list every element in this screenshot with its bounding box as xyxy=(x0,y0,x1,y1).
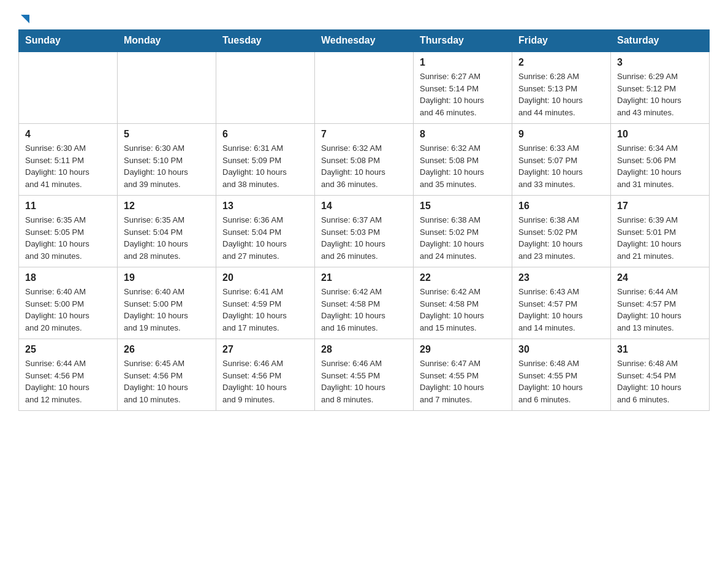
day-info: Sunrise: 6:32 AMSunset: 5:08 PMDaylight:… xyxy=(321,142,407,190)
weekday-header: Thursday xyxy=(414,30,512,52)
day-number: 25 xyxy=(25,344,111,355)
day-info: Sunrise: 6:32 AMSunset: 5:08 PMDaylight:… xyxy=(420,142,506,190)
day-number: 1 xyxy=(420,57,506,68)
day-info: Sunrise: 6:31 AMSunset: 5:09 PMDaylight:… xyxy=(222,142,308,190)
day-info: Sunrise: 6:38 AMSunset: 5:02 PMDaylight:… xyxy=(420,214,506,262)
calendar-cell xyxy=(315,52,414,124)
day-info: Sunrise: 6:46 AMSunset: 4:55 PMDaylight:… xyxy=(321,358,407,405)
calendar-table: SundayMondayTuesdayWednesdayThursdayFrid… xyxy=(18,29,710,411)
day-number: 16 xyxy=(518,201,604,212)
calendar-cell: 16Sunrise: 6:38 AMSunset: 5:02 PMDayligh… xyxy=(512,196,611,267)
day-info: Sunrise: 6:27 AMSunset: 5:14 PMDaylight:… xyxy=(420,71,506,118)
day-info: Sunrise: 6:47 AMSunset: 4:55 PMDaylight:… xyxy=(420,358,506,405)
day-number: 26 xyxy=(124,344,210,355)
logo-triangle-icon xyxy=(18,12,32,26)
calendar-cell: 1Sunrise: 6:27 AMSunset: 5:14 PMDaylight… xyxy=(414,52,512,124)
day-number: 30 xyxy=(518,344,604,355)
weekday-header: Saturday xyxy=(611,30,710,52)
day-number: 10 xyxy=(617,129,703,140)
day-number: 11 xyxy=(25,201,111,212)
calendar-cell: 19Sunrise: 6:40 AMSunset: 5:00 PMDayligh… xyxy=(118,267,216,339)
calendar-cell xyxy=(19,52,118,124)
calendar-cell: 5Sunrise: 6:30 AMSunset: 5:10 PMDaylight… xyxy=(118,124,216,196)
calendar-cell: 26Sunrise: 6:45 AMSunset: 4:56 PMDayligh… xyxy=(118,339,216,411)
calendar-cell: 21Sunrise: 6:42 AMSunset: 4:58 PMDayligh… xyxy=(315,267,414,339)
day-number: 23 xyxy=(518,272,604,283)
day-info: Sunrise: 6:45 AMSunset: 4:56 PMDaylight:… xyxy=(124,358,210,405)
day-info: Sunrise: 6:37 AMSunset: 5:03 PMDaylight:… xyxy=(321,214,407,262)
svg-marker-0 xyxy=(21,15,29,23)
calendar-cell: 24Sunrise: 6:44 AMSunset: 4:57 PMDayligh… xyxy=(611,267,710,339)
day-number: 5 xyxy=(124,129,210,140)
calendar-cell: 10Sunrise: 6:34 AMSunset: 5:06 PMDayligh… xyxy=(611,124,710,196)
day-info: Sunrise: 6:28 AMSunset: 5:13 PMDaylight:… xyxy=(518,71,604,118)
day-number: 27 xyxy=(222,344,308,355)
calendar-cell: 14Sunrise: 6:37 AMSunset: 5:03 PMDayligh… xyxy=(315,196,414,267)
day-info: Sunrise: 6:44 AMSunset: 4:57 PMDaylight:… xyxy=(617,286,703,334)
weekday-header: Sunday xyxy=(19,30,118,52)
calendar-cell: 13Sunrise: 6:36 AMSunset: 5:04 PMDayligh… xyxy=(216,196,315,267)
day-number: 13 xyxy=(222,201,308,212)
day-info: Sunrise: 6:48 AMSunset: 4:55 PMDaylight:… xyxy=(518,358,604,405)
day-number: 24 xyxy=(617,272,703,283)
calendar-cell: 11Sunrise: 6:35 AMSunset: 5:05 PMDayligh… xyxy=(19,196,118,267)
day-number: 20 xyxy=(222,272,308,283)
calendar-week-row: 18Sunrise: 6:40 AMSunset: 5:00 PMDayligh… xyxy=(19,267,710,339)
day-info: Sunrise: 6:44 AMSunset: 4:56 PMDaylight:… xyxy=(25,358,111,405)
logo xyxy=(18,12,32,23)
calendar-cell: 22Sunrise: 6:42 AMSunset: 4:58 PMDayligh… xyxy=(414,267,512,339)
calendar-cell: 18Sunrise: 6:40 AMSunset: 5:00 PMDayligh… xyxy=(19,267,118,339)
calendar-cell: 20Sunrise: 6:41 AMSunset: 4:59 PMDayligh… xyxy=(216,267,315,339)
day-number: 15 xyxy=(420,201,506,212)
day-number: 31 xyxy=(617,344,703,355)
day-info: Sunrise: 6:30 AMSunset: 5:11 PMDaylight:… xyxy=(25,142,111,190)
calendar-week-row: 1Sunrise: 6:27 AMSunset: 5:14 PMDaylight… xyxy=(19,52,710,124)
day-number: 12 xyxy=(124,201,210,212)
calendar-cell: 25Sunrise: 6:44 AMSunset: 4:56 PMDayligh… xyxy=(19,339,118,411)
day-info: Sunrise: 6:41 AMSunset: 4:59 PMDaylight:… xyxy=(222,286,308,334)
day-info: Sunrise: 6:35 AMSunset: 5:04 PMDaylight:… xyxy=(124,214,210,262)
day-info: Sunrise: 6:36 AMSunset: 5:04 PMDaylight:… xyxy=(222,214,308,262)
weekday-header: Wednesday xyxy=(315,30,414,52)
day-number: 9 xyxy=(518,129,604,140)
calendar-week-row: 4Sunrise: 6:30 AMSunset: 5:11 PMDaylight… xyxy=(19,124,710,196)
day-info: Sunrise: 6:33 AMSunset: 5:07 PMDaylight:… xyxy=(518,142,604,190)
calendar-cell: 12Sunrise: 6:35 AMSunset: 5:04 PMDayligh… xyxy=(118,196,216,267)
calendar-cell: 29Sunrise: 6:47 AMSunset: 4:55 PMDayligh… xyxy=(414,339,512,411)
calendar-cell: 28Sunrise: 6:46 AMSunset: 4:55 PMDayligh… xyxy=(315,339,414,411)
day-info: Sunrise: 6:42 AMSunset: 4:58 PMDaylight:… xyxy=(420,286,506,334)
calendar-cell: 23Sunrise: 6:43 AMSunset: 4:57 PMDayligh… xyxy=(512,267,611,339)
calendar-cell: 15Sunrise: 6:38 AMSunset: 5:02 PMDayligh… xyxy=(414,196,512,267)
day-number: 29 xyxy=(420,344,506,355)
header xyxy=(18,12,710,23)
day-info: Sunrise: 6:38 AMSunset: 5:02 PMDaylight:… xyxy=(518,214,604,262)
calendar-cell: 6Sunrise: 6:31 AMSunset: 5:09 PMDaylight… xyxy=(216,124,315,196)
calendar-cell: 27Sunrise: 6:46 AMSunset: 4:56 PMDayligh… xyxy=(216,339,315,411)
day-info: Sunrise: 6:29 AMSunset: 5:12 PMDaylight:… xyxy=(617,71,703,118)
day-number: 7 xyxy=(321,129,407,140)
calendar-cell: 7Sunrise: 6:32 AMSunset: 5:08 PMDaylight… xyxy=(315,124,414,196)
calendar-cell: 4Sunrise: 6:30 AMSunset: 5:11 PMDaylight… xyxy=(19,124,118,196)
calendar-cell: 2Sunrise: 6:28 AMSunset: 5:13 PMDaylight… xyxy=(512,52,611,124)
day-info: Sunrise: 6:30 AMSunset: 5:10 PMDaylight:… xyxy=(124,142,210,190)
day-info: Sunrise: 6:39 AMSunset: 5:01 PMDaylight:… xyxy=(617,214,703,262)
day-info: Sunrise: 6:35 AMSunset: 5:05 PMDaylight:… xyxy=(25,214,111,262)
calendar-cell: 8Sunrise: 6:32 AMSunset: 5:08 PMDaylight… xyxy=(414,124,512,196)
calendar-cell: 9Sunrise: 6:33 AMSunset: 5:07 PMDaylight… xyxy=(512,124,611,196)
day-number: 28 xyxy=(321,344,407,355)
calendar-cell: 31Sunrise: 6:48 AMSunset: 4:54 PMDayligh… xyxy=(611,339,710,411)
calendar-cell: 3Sunrise: 6:29 AMSunset: 5:12 PMDaylight… xyxy=(611,52,710,124)
day-info: Sunrise: 6:34 AMSunset: 5:06 PMDaylight:… xyxy=(617,142,703,190)
day-info: Sunrise: 6:46 AMSunset: 4:56 PMDaylight:… xyxy=(222,358,308,405)
calendar-cell: 30Sunrise: 6:48 AMSunset: 4:55 PMDayligh… xyxy=(512,339,611,411)
day-info: Sunrise: 6:40 AMSunset: 5:00 PMDaylight:… xyxy=(25,286,111,334)
day-info: Sunrise: 6:40 AMSunset: 5:00 PMDaylight:… xyxy=(124,286,210,334)
day-number: 22 xyxy=(420,272,506,283)
day-number: 19 xyxy=(124,272,210,283)
weekday-header: Monday xyxy=(118,30,216,52)
day-number: 4 xyxy=(25,129,111,140)
calendar-cell xyxy=(118,52,216,124)
weekday-header-row: SundayMondayTuesdayWednesdayThursdayFrid… xyxy=(19,30,710,52)
day-number: 6 xyxy=(222,129,308,140)
day-number: 2 xyxy=(518,57,604,68)
